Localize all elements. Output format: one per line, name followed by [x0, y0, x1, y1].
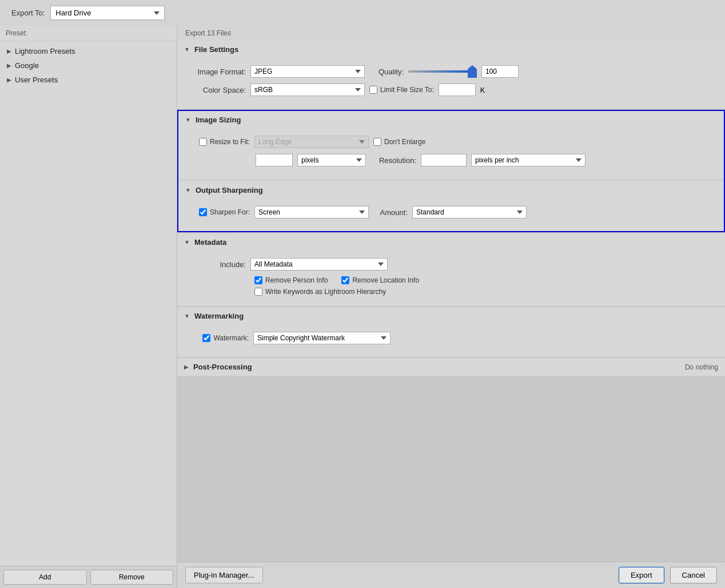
sharpen-for-select[interactable]: Screen: [254, 206, 369, 218]
include-select[interactable]: All Metadata: [250, 258, 388, 271]
cancel-button[interactable]: Cancel: [670, 567, 717, 583]
output-sharpening-header[interactable]: ▼ Output Sharpening: [178, 181, 724, 199]
watermarking-section: ▼ Watermarking Watermark: Simple Copyrig…: [177, 307, 725, 357]
sharpen-for-checkbox[interactable]: [199, 208, 207, 216]
output-sharpening-body: Sharpen For: Screen Amount: Standard: [178, 199, 724, 231]
dont-enlarge-checkbox[interactable]: [373, 138, 381, 146]
write-keywords-text: Write Keywords as Lightroom Hierarchy: [265, 288, 386, 296]
remove-info-row: Remove Person Info Remove Location Info: [254, 276, 714, 284]
sidebar-item-user-presets[interactable]: ▶ User Presets: [0, 73, 177, 87]
watermark-label: Watermark:: [213, 334, 249, 342]
quality-slider[interactable]: [408, 70, 477, 73]
resolution-input[interactable]: 300: [421, 154, 467, 166]
remove-person-info-label[interactable]: Remove Person Info: [254, 276, 328, 284]
sharpen-for-label: Sharpen For:: [210, 208, 250, 216]
file-size-unit: K: [480, 86, 485, 94]
chevron-right-icon: ▶: [7, 48, 11, 54]
chevron-right-icon: ▶: [7, 62, 11, 69]
limit-file-size-label: Limit File Size To:: [380, 86, 434, 94]
collapse-icon: ▼: [184, 313, 190, 319]
metadata-section: ▼ Metadata Include: All Metadata: [177, 233, 725, 306]
watermark-checkbox-label[interactable]: Watermark:: [189, 334, 249, 342]
include-row: Include: All Metadata: [189, 258, 714, 271]
limit-file-size-checkbox[interactable]: [369, 86, 377, 94]
resize-to-fit-row: Resize to Fit: Long Edge Don't Enlarge: [190, 136, 712, 148]
export-button[interactable]: Export: [619, 567, 664, 583]
sidebar-item-label: Google: [15, 61, 39, 70]
collapse-icon: ▼: [185, 187, 191, 193]
amount-label: Amount:: [373, 208, 408, 217]
post-processing-title: Post-Processing: [193, 363, 252, 371]
watermark-row: Watermark: Simple Copyright Watermark: [189, 332, 714, 344]
color-space-select[interactable]: sRGB: [250, 84, 365, 96]
add-button[interactable]: Add: [3, 570, 87, 585]
sidebar-item-lightroom-presets[interactable]: ▶ Lightroom Presets: [0, 44, 177, 58]
write-keywords-label[interactable]: Write Keywords as Lightroom Hierarchy: [254, 288, 386, 296]
remove-person-info-text: Remove Person Info: [265, 276, 328, 284]
chevron-right-icon: ▶: [184, 364, 189, 370]
watermark-select[interactable]: Simple Copyright Watermark: [253, 332, 391, 344]
pixel-unit-select[interactable]: pixels: [297, 154, 366, 166]
post-processing-section: ▶ Post-Processing Do nothing: [177, 358, 725, 376]
dont-enlarge-label: Don't Enlarge: [384, 138, 425, 146]
sharpen-for-checkbox-label[interactable]: Sharpen For:: [190, 208, 250, 216]
sharpen-for-row: Sharpen For: Screen Amount: Standard: [190, 206, 712, 218]
sidebar-preset-label: Preset:: [0, 26, 177, 41]
sidebar-item-google[interactable]: ▶ Google: [0, 58, 177, 73]
file-settings-title: File Settings: [194, 45, 238, 54]
image-sizing-title: Image Sizing: [196, 116, 241, 124]
image-sizing-body: Resize to Fit: Long Edge Don't Enlarge 8…: [178, 129, 724, 179]
collapse-icon: ▼: [184, 239, 190, 245]
sidebar-content: ▶ Lightroom Presets ▶ Google ▶ User Pres…: [0, 41, 177, 566]
remove-person-info-checkbox[interactable]: [254, 276, 262, 284]
post-processing-header[interactable]: ▶ Post-Processing Do nothing: [177, 358, 725, 376]
resolution-unit-select[interactable]: pixels per inch: [471, 154, 585, 166]
pixel-value-input[interactable]: 800: [256, 154, 293, 166]
resize-to-fit-label: Resize to Fit:: [210, 138, 250, 146]
dont-enlarge-checkbox-label[interactable]: Don't Enlarge: [373, 138, 425, 146]
sidebar-item-label: User Presets: [15, 76, 58, 84]
resize-to-fit-checkbox[interactable]: [199, 138, 207, 146]
output-sharpening-title: Output Sharpening: [196, 186, 263, 194]
chevron-right-icon: ▶: [7, 77, 11, 83]
export-to-select[interactable]: Hard Drive: [50, 6, 165, 20]
amount-select[interactable]: Standard: [412, 206, 527, 218]
quality-label: Quality:: [369, 67, 404, 76]
image-format-select[interactable]: JPEG: [250, 65, 365, 78]
plugin-manager-button[interactable]: Plug-in Manager...: [185, 567, 263, 583]
write-keywords-checkbox[interactable]: [254, 288, 262, 296]
metadata-header[interactable]: ▼ Metadata: [177, 233, 725, 251]
file-settings-section: ▼ File Settings Image Format: JPEG Quali…: [177, 41, 725, 109]
bottom-bar: Plug-in Manager... Export Cancel: [177, 562, 725, 588]
watermarking-body: Watermark: Simple Copyright Watermark: [177, 325, 725, 357]
collapse-icon: ▼: [185, 117, 191, 123]
resize-to-fit-checkbox-label[interactable]: Resize to Fit:: [190, 138, 250, 146]
main-layout: Preset: ▶ Lightroom Presets ▶ Google ▶ U…: [0, 26, 725, 588]
include-label: Include:: [189, 260, 246, 269]
watermarking-header[interactable]: ▼ Watermarking: [177, 307, 725, 325]
color-space-row: Color Space: sRGB Limit File Size To: 10…: [189, 84, 714, 96]
metadata-title: Metadata: [194, 238, 226, 247]
limit-file-size-checkbox-label[interactable]: Limit File Size To:: [369, 86, 434, 94]
remove-location-info-label[interactable]: Remove Location Info: [341, 276, 419, 284]
limit-file-size-input[interactable]: 100: [439, 84, 476, 96]
resize-dropdown[interactable]: Long Edge: [254, 136, 369, 148]
metadata-body: Include: All Metadata Remove Person Info: [177, 251, 725, 306]
export-count: Export 13 Files: [177, 26, 725, 41]
sidebar-footer: Add Remove: [0, 566, 177, 588]
panels-scroll: ▼ File Settings Image Format: JPEG Quali…: [177, 41, 725, 562]
do-nothing-label: Do nothing: [685, 363, 718, 371]
export-to-label: Export To:: [11, 9, 45, 17]
watermarking-title: Watermarking: [194, 312, 244, 320]
quality-input[interactable]: 100: [481, 65, 519, 78]
image-sizing-header[interactable]: ▼ Image Sizing: [178, 111, 724, 129]
collapse-icon: ▼: [184, 46, 190, 53]
resolution-label: Resolution:: [371, 156, 416, 165]
file-settings-header[interactable]: ▼ File Settings: [177, 41, 725, 58]
watermark-checkbox[interactable]: [202, 334, 210, 342]
sidebar-item-label: Lightroom Presets: [15, 47, 75, 55]
remove-button[interactable]: Remove: [90, 570, 174, 585]
file-settings-body: Image Format: JPEG Quality: 100 Color Sp…: [177, 58, 725, 109]
quality-slider-container: 100: [408, 65, 519, 78]
remove-location-info-checkbox[interactable]: [341, 276, 349, 284]
